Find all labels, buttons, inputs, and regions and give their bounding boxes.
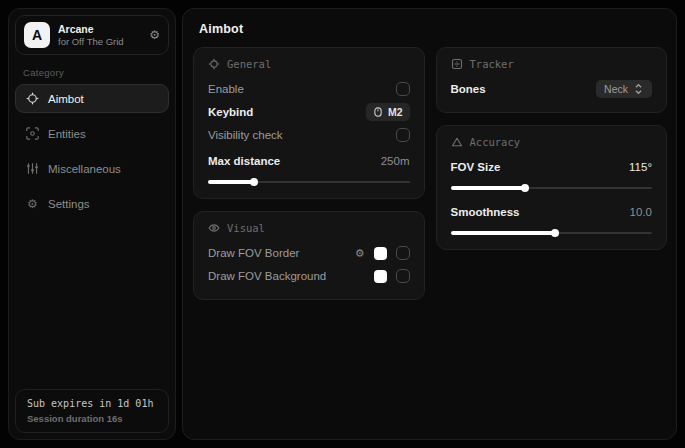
sidebar: A Arcane for Off The Grid ⚙ Category Aim…: [8, 8, 176, 440]
accuracy-card-title: Accuracy: [470, 136, 521, 148]
keybind-value: M2: [388, 106, 403, 118]
slider-fill: [451, 231, 556, 235]
fov-background-color-swatch[interactable]: [374, 270, 387, 283]
settings-gear-icon[interactable]: ⚙: [149, 29, 160, 41]
general-card-title: General: [227, 58, 271, 70]
bones-select[interactable]: Neck: [596, 80, 652, 98]
gear-icon: ⚙: [26, 197, 39, 210]
draw-fov-background-checkbox[interactable]: [396, 269, 410, 283]
sidebar-item-aimbot[interactable]: Aimbot: [15, 84, 169, 113]
tracker-card-header: Tracker: [451, 58, 653, 70]
eye-scan-icon: [26, 127, 39, 140]
left-column: General Enable Keybind: [193, 47, 425, 300]
smoothness-label: Smoothness: [451, 206, 520, 218]
draw-fov-border-label: Draw FOV Border: [208, 247, 299, 259]
sub-expiry-text: Sub expires in 1d 01h: [27, 398, 157, 409]
session-duration-text: Session duration 16s: [27, 413, 157, 424]
bones-row: Bones Neck: [451, 78, 653, 100]
sidebar-item-label: Settings: [48, 198, 90, 210]
content-area: General Enable Keybind: [183, 46, 676, 310]
subscription-status-card: Sub expires in 1d 01h Session duration 1…: [15, 389, 169, 433]
max-distance-value: 250m: [381, 155, 410, 167]
slider-thumb[interactable]: [250, 178, 258, 186]
visibility-check-label: Visibility check: [208, 129, 283, 141]
page-header: Aimbot: [183, 9, 676, 46]
fov-size-row: FOV Size 115°: [451, 156, 653, 178]
eye-icon: [208, 222, 220, 234]
visual-card-title: Visual: [227, 222, 265, 234]
visual-card: Visual Draw FOV Border ⚙ Draw FOV Backgr…: [193, 211, 425, 300]
right-column: Tracker Bones Neck: [436, 47, 668, 300]
max-distance-row: Max distance 250m: [208, 150, 410, 172]
slider-fill: [451, 186, 526, 190]
fov-size-slider[interactable]: [451, 184, 653, 192]
fov-size-label: FOV Size: [451, 161, 501, 173]
enable-label: Enable: [208, 83, 244, 95]
accuracy-card: Accuracy FOV Size 115° Smoothness: [436, 125, 668, 250]
target-box-icon: [451, 58, 463, 70]
sidebar-item-settings[interactable]: ⚙ Settings: [15, 189, 169, 218]
page-title: Aimbot: [199, 22, 660, 36]
keybind-label: Keybind: [208, 106, 253, 118]
app-subtitle: for Off The Grid: [58, 36, 141, 47]
row-settings-gear-icon[interactable]: ⚙: [355, 248, 365, 259]
fov-size-value: 115°: [629, 161, 652, 173]
bones-label: Bones: [451, 83, 486, 95]
general-card-header: General: [208, 58, 410, 70]
sidebar-item-miscellaneous[interactable]: Miscellaneous: [15, 154, 169, 183]
crosshair-icon: [26, 92, 39, 105]
slider-thumb[interactable]: [551, 229, 559, 237]
sliders-icon: [26, 162, 39, 175]
fov-border-color-swatch[interactable]: [374, 247, 387, 260]
sidebar-item-entities[interactable]: Entities: [15, 119, 169, 148]
app-identity: Arcane for Off The Grid: [58, 23, 141, 47]
smoothness-value: 10.0: [630, 206, 652, 218]
visibility-check-row: Visibility check: [208, 124, 410, 146]
general-card: General Enable Keybind: [193, 47, 425, 199]
main-panel: Aimbot General Enable: [182, 8, 677, 440]
sidebar-item-label: Aimbot: [48, 93, 84, 105]
bones-selected-value: Neck: [604, 83, 628, 95]
app-name: Arcane: [58, 23, 141, 35]
visibility-check-checkbox[interactable]: [396, 128, 410, 142]
crosshair-icon: [208, 58, 220, 70]
app-logo: A: [24, 22, 50, 48]
tracker-card: Tracker Bones Neck: [436, 47, 668, 113]
enable-checkbox[interactable]: [396, 82, 410, 96]
smoothness-slider[interactable]: [451, 229, 653, 237]
sidebar-item-label: Miscellaneous: [48, 163, 121, 175]
draw-fov-background-controls: [374, 269, 410, 283]
enable-row: Enable: [208, 78, 410, 100]
draw-fov-background-label: Draw FOV Background: [208, 270, 326, 282]
sidebar-item-label: Entities: [48, 128, 86, 140]
accuracy-card-header: Accuracy: [451, 136, 653, 148]
slider-thumb[interactable]: [521, 184, 529, 192]
keybind-row: Keybind M2: [208, 101, 410, 123]
max-distance-slider[interactable]: [208, 178, 410, 186]
triangle-icon: [451, 136, 463, 148]
draw-fov-border-checkbox[interactable]: [396, 246, 410, 260]
keybind-button[interactable]: M2: [366, 103, 410, 121]
category-label: Category: [15, 65, 169, 84]
chevrons-up-down-icon: [634, 83, 644, 95]
visual-card-header: Visual: [208, 222, 410, 234]
app-window: A Arcane for Off The Grid ⚙ Category Aim…: [0, 0, 685, 448]
draw-fov-border-row: Draw FOV Border ⚙: [208, 242, 410, 264]
max-distance-label: Max distance: [208, 155, 280, 167]
draw-fov-background-row: Draw FOV Background: [208, 265, 410, 287]
smoothness-row: Smoothness 10.0: [451, 201, 653, 223]
mouse-icon: [373, 107, 383, 117]
tracker-card-title: Tracker: [470, 58, 514, 70]
slider-fill: [208, 180, 254, 184]
draw-fov-border-controls: ⚙: [355, 246, 410, 260]
logo-card: A Arcane for Off The Grid ⚙: [15, 15, 169, 55]
